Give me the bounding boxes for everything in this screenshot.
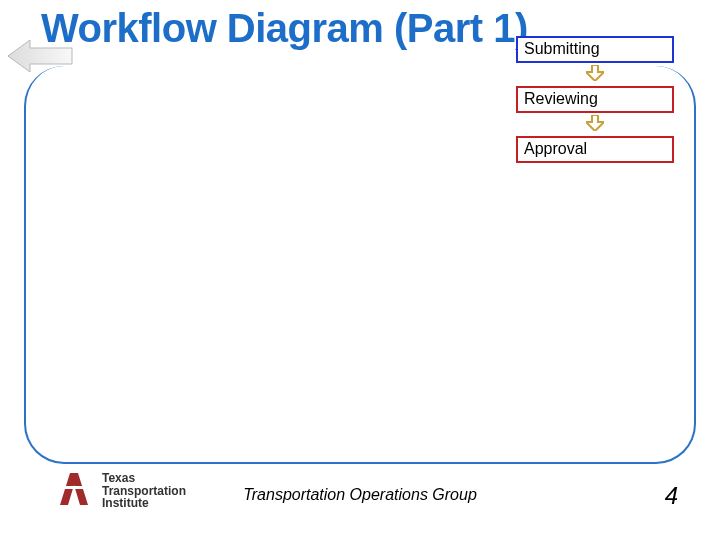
page-number: 4 <box>665 482 678 510</box>
flow-arrow-icon <box>586 115 604 135</box>
slide: Workflow Diagram (Part 1) Submitting Rev… <box>0 0 720 540</box>
flow-arrow-icon <box>586 65 604 85</box>
footer-text: Transportation Operations Group <box>0 486 720 504</box>
flow-step-label: Submitting <box>524 40 600 57</box>
logo-line: Texas <box>102 472 186 485</box>
flow-step-reviewing: Reviewing <box>516 86 674 113</box>
svg-marker-2 <box>586 115 604 131</box>
flow-step-submitting: Submitting <box>516 36 674 63</box>
flow-step-label: Reviewing <box>524 90 598 107</box>
svg-marker-1 <box>586 65 604 81</box>
slide-title: Workflow Diagram (Part 1) <box>41 6 528 51</box>
flow-step-label: Approval <box>524 140 587 157</box>
workflow-steps: Submitting Reviewing Approval <box>500 36 690 163</box>
flow-step-approval: Approval <box>516 136 674 163</box>
